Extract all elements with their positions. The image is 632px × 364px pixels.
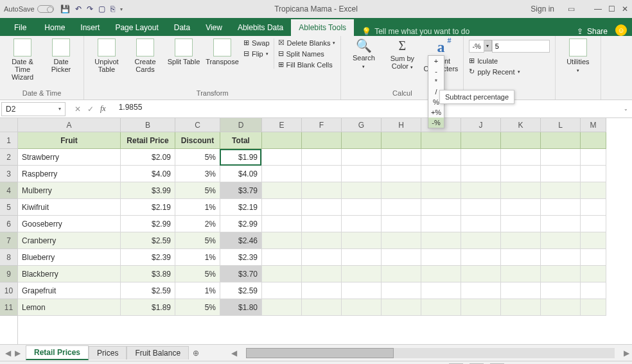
cell[interactable] [501, 282, 541, 299]
cell[interactable] [342, 249, 382, 266]
cell[interactable]: Mulberry [18, 182, 121, 199]
tab-insert[interactable]: Insert [73, 19, 107, 36]
cell[interactable] [541, 149, 581, 166]
cell[interactable] [262, 266, 302, 282]
cell[interactable]: Cranberry [18, 232, 121, 249]
row-header-4[interactable]: 4 [0, 182, 17, 199]
column-header-M[interactable]: M [581, 118, 606, 132]
split-table-button[interactable]: Split Table [166, 39, 201, 65]
cell[interactable] [541, 299, 581, 316]
cell[interactable] [541, 282, 581, 299]
column-header-E[interactable]: E [262, 118, 302, 132]
utilities-button[interactable]: Utilities▾ [561, 39, 595, 73]
cell[interactable]: $2.19 [220, 199, 262, 216]
cell[interactable] [262, 199, 302, 216]
cell[interactable]: 1% [175, 249, 220, 266]
cell[interactable]: $2.39 [220, 249, 262, 266]
operation-dropdown-icon[interactable]: ▾ [484, 40, 492, 51]
smile-feedback-icon[interactable]: ☺ [615, 24, 627, 36]
cell[interactable] [581, 149, 606, 166]
cell[interactable] [461, 299, 501, 316]
cell[interactable]: Blackberry [18, 266, 121, 282]
share-button[interactable]: ⇪ Share [577, 27, 608, 36]
cell[interactable] [262, 182, 302, 199]
op-add[interactable]: + [428, 56, 444, 66]
cell[interactable] [382, 166, 421, 182]
cell[interactable] [342, 166, 382, 182]
cell[interactable] [342, 216, 382, 232]
calculate-button[interactable]: ⊞lculate [469, 56, 549, 65]
cell[interactable] [461, 282, 501, 299]
cancel-edit-icon[interactable]: ✕ [75, 105, 81, 114]
cell[interactable] [581, 199, 606, 216]
cell[interactable] [541, 199, 581, 216]
cell[interactable] [302, 216, 342, 232]
cell[interactable] [461, 266, 501, 282]
row-header-1[interactable]: 1 [0, 132, 17, 149]
cell[interactable] [541, 132, 581, 149]
cell[interactable] [262, 299, 302, 316]
cell[interactable] [302, 149, 342, 166]
tab-ablebits-data[interactable]: Ablebits Data [230, 19, 291, 36]
search-button[interactable]: 🔍Search▾ [346, 39, 381, 69]
cell[interactable] [342, 232, 382, 249]
select-all-corner[interactable] [0, 118, 18, 132]
cell[interactable] [461, 232, 501, 249]
create-cards-button[interactable]: Create Cards [128, 39, 162, 73]
cell[interactable] [541, 232, 581, 249]
signin-link[interactable]: Sign in [531, 4, 554, 13]
formula-expand-icon[interactable]: ⌄ [619, 106, 632, 112]
column-header-D[interactable]: D [220, 118, 262, 132]
cell[interactable]: $3.79 [220, 182, 262, 199]
hscroll-thumb[interactable] [246, 348, 394, 358]
cell[interactable]: $2.09 [121, 149, 175, 166]
header-cell[interactable]: Retail Price [121, 132, 175, 149]
sheet-tab-retail-prices[interactable]: Retail Prices [26, 345, 89, 360]
cell[interactable] [501, 149, 541, 166]
fx-icon[interactable]: fx [100, 104, 106, 114]
op-subpct[interactable]: -% [428, 117, 444, 128]
cell[interactable] [262, 232, 302, 249]
cell[interactable] [501, 182, 541, 199]
mail-icon[interactable]: ⎘ [110, 4, 115, 13]
cell[interactable] [382, 132, 421, 149]
cell[interactable] [501, 266, 541, 282]
cell[interactable] [461, 132, 501, 149]
cell[interactable] [302, 299, 342, 316]
transpose-button[interactable]: Transpose [205, 39, 240, 65]
cell[interactable] [581, 166, 606, 182]
cell[interactable] [382, 249, 421, 266]
cell[interactable]: 1% [175, 282, 220, 299]
cell[interactable] [461, 199, 501, 216]
horizontal-scrollbar[interactable] [246, 348, 615, 358]
apply-recent-button[interactable]: ↻pply Recent▾ [469, 67, 549, 76]
maximize-icon[interactable]: ☐ [608, 4, 615, 13]
cell[interactable] [382, 282, 421, 299]
header-cell[interactable]: Fruit [18, 132, 121, 149]
cell[interactable] [541, 266, 581, 282]
cell[interactable] [302, 266, 342, 282]
date-picker-button[interactable]: Date Picker [44, 39, 78, 73]
cell[interactable] [581, 299, 606, 316]
column-header-J[interactable]: J [461, 118, 501, 132]
sheet-tab-prices[interactable]: Prices [89, 346, 127, 360]
cell[interactable]: Gooseberry [18, 216, 121, 232]
cell[interactable]: Grapefruit [18, 282, 121, 299]
delete-blanks-button[interactable]: ☒Delete Blanks▾ [278, 39, 336, 47]
tab-file[interactable]: File [6, 19, 34, 36]
tab-ablebits-tools[interactable]: Ablebits Tools [291, 19, 354, 36]
cell[interactable] [262, 282, 302, 299]
cell[interactable] [382, 182, 421, 199]
cell[interactable] [302, 132, 342, 149]
tab-data[interactable]: Data [166, 19, 198, 36]
cell[interactable]: 3% [175, 166, 220, 182]
cell[interactable] [421, 132, 461, 149]
undo-icon[interactable]: ↶ [75, 4, 82, 13]
header-cell[interactable]: Total [220, 132, 262, 149]
tell-me-box[interactable]: 💡 Tell me what you want to do [362, 27, 470, 36]
row-header-11[interactable]: 11 [0, 299, 17, 316]
row-header-6[interactable]: 6 [0, 216, 17, 232]
cell[interactable] [421, 149, 461, 166]
column-header-K[interactable]: K [501, 118, 541, 132]
cell[interactable] [421, 299, 461, 316]
